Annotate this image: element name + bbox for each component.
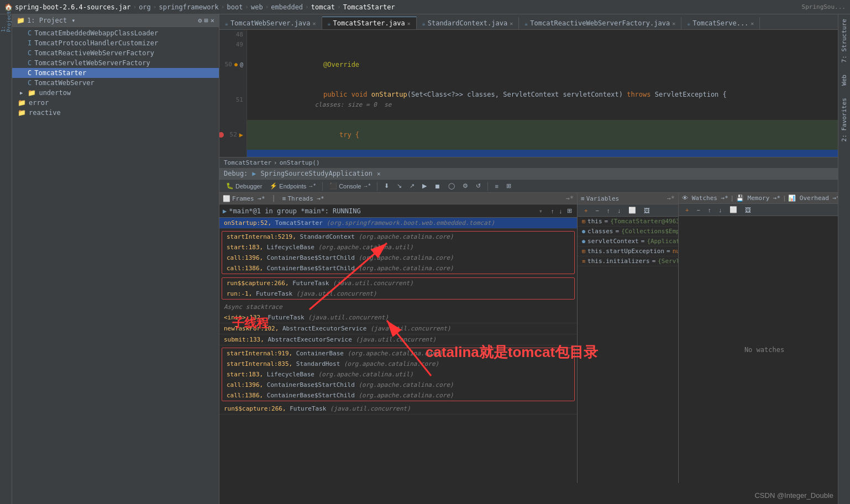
side-favorites-label[interactable]: 2: Favorites xyxy=(839,96,849,144)
tab-close-icon[interactable]: ✕ xyxy=(313,20,316,27)
variables-close-icon[interactable]: →* xyxy=(667,195,675,202)
settings-btn[interactable]: ⚙ xyxy=(459,181,471,191)
copy-btn[interactable]: ⬜ xyxy=(625,206,639,215)
annotation-icon: ● xyxy=(234,60,238,70)
watch-copy-btn[interactable]: ⬜ xyxy=(726,205,741,214)
tree-item-tomcat-webserver[interactable]: C TomcatWebServer xyxy=(12,78,219,88)
breadcrumb-class[interactable]: TomcatStarter xyxy=(343,3,395,11)
endpoints-tab[interactable]: ⚡ Endpoints →* xyxy=(266,181,319,191)
tab-close-icon[interactable]: ✕ xyxy=(407,20,411,27)
thread-filter-btn[interactable]: ⊞ xyxy=(565,207,574,215)
thread-dropdown-icon[interactable]: ▾ xyxy=(539,207,543,215)
stack-item-call-1396-2[interactable]: call:1396, ContainerBase$StartChild (org… xyxy=(222,380,574,390)
step-into-btn[interactable]: ↘ xyxy=(393,181,405,191)
mute-btn[interactable]: ◯ xyxy=(445,181,458,191)
stack-item-run-capture-last[interactable]: run$$capture:266, FutureTask (java.util.… xyxy=(219,403,577,414)
console-tab[interactable]: ⬛ Console →* xyxy=(326,181,374,191)
add-watch-watch-btn[interactable]: + xyxy=(682,206,692,214)
layout-btn[interactable]: ⊞ xyxy=(503,181,515,191)
code-line-48: 48 xyxy=(219,30,850,40)
memory-tab[interactable]: 💾 Memory →* xyxy=(736,195,780,202)
tree-item-servlet-factory[interactable]: C TomcatServletWebServerFactory xyxy=(12,58,219,68)
tree-item-tomcat-starter[interactable]: C TomcatStarter xyxy=(12,68,219,78)
debug-toolbar: 🐛 Debugger ⚡ Endpoints →* ⬛ Console →* xyxy=(219,180,850,193)
tree-item-reactive[interactable]: 📁 reactive xyxy=(12,108,219,118)
tab-standardcontext[interactable]: ☕ StandardContext.java ✕ xyxy=(417,17,520,29)
tree-item-tomcat-embedded[interactable]: C TomcatEmbeddedWebappClassLoader xyxy=(12,28,219,38)
stop-btn[interactable]: ⏹ xyxy=(431,182,444,191)
tab-tomcatserve[interactable]: ☕ TomcatServe... ✕ xyxy=(681,17,760,29)
stack-item-init[interactable]: <init>:132, FutureTask (java.util.concur… xyxy=(219,312,577,323)
stack-item-startinternal-835[interactable]: startInternal:835, StandardHost (org.apa… xyxy=(222,359,574,369)
tab-tomcatstarter[interactable]: ☕ TomcatStarter.java ✕ xyxy=(322,17,417,29)
export-btn[interactable]: ≡ xyxy=(491,182,501,191)
breadcrumb-web[interactable]: web xyxy=(251,3,263,11)
stack-item-call1396[interactable]: call:1396, ContainerBase$StartChild (org… xyxy=(222,253,574,263)
stack-item-start-183-2[interactable]: start:183, LifecycleBase (org.apache.cat… xyxy=(222,369,574,380)
var-list: ⊞ this = {TomcatStarter@4963} ● classes … xyxy=(578,217,678,483)
tree-item-protocol-handler[interactable]: I TomcatProtocolHandlerCustomizer xyxy=(12,38,219,48)
add-watch-btn[interactable]: + xyxy=(581,206,591,215)
breadcrumb-springframework[interactable]: springframework xyxy=(159,3,218,11)
stack-item-startinternal[interactable]: startInternal:5219, StandardContext (org… xyxy=(222,232,574,242)
stack-group-2: startInternal:919, ContainerBase (org.ap… xyxy=(222,348,575,401)
tab-tomcatreactive[interactable]: ☕ TomcatReactiveWebServerFactory.java ✕ xyxy=(519,17,681,29)
var-down-btn[interactable]: ↓ xyxy=(614,206,624,215)
thread-run-icon: ▶ xyxy=(223,207,227,215)
frames-tab[interactable]: ⬜ Frames →* xyxy=(223,195,265,202)
stack-item-submit[interactable]: submit:133, AbstractExecutorService (jav… xyxy=(219,334,577,345)
debug-close-icon[interactable]: ✕ xyxy=(377,170,381,177)
thread-up-btn[interactable]: ↑ xyxy=(549,207,556,215)
project-panel-icon[interactable]: 1: Project xyxy=(1,17,11,27)
stack-group-child: run$$capture:266, FutureTask (java.util.… xyxy=(222,277,575,300)
breadcrumb-embedded[interactable]: embedded xyxy=(271,3,303,11)
breadcrumb-project[interactable]: spring-boot-2.6.4-sources.jar xyxy=(15,3,131,11)
breakpoint-52[interactable] xyxy=(219,132,224,138)
variables-tab[interactable]: ≡ Variables xyxy=(581,195,619,202)
stack-item-active[interactable]: onStartup:52, TomcatStarter (org.springf… xyxy=(219,218,577,229)
frames-close-icon[interactable]: →* xyxy=(566,195,574,202)
stack-item-call1386[interactable]: call:1386, ContainerBase$StartChild (org… xyxy=(222,263,574,274)
breadcrumb-org[interactable]: org xyxy=(139,3,151,11)
stack-item-call-1386-2[interactable]: call:1386, ContainerBase$StartChild (org… xyxy=(222,390,574,401)
img-btn[interactable]: 🖼 xyxy=(641,206,653,215)
tab-close-icon[interactable]: ✕ xyxy=(510,20,513,27)
thread-down-btn[interactable]: ↓ xyxy=(558,207,564,215)
watches-tab[interactable]: 👁 Watches →* xyxy=(682,195,728,202)
resume-btn[interactable]: ▶ xyxy=(419,181,430,191)
debug-app-name[interactable]: SpringSourceStudyApplication xyxy=(261,170,372,177)
step-out-btn[interactable]: ↗ xyxy=(406,181,418,191)
project-gear-icon[interactable]: ⚙ xyxy=(198,17,202,24)
tab-tomcatwebserver[interactable]: ☕ TomcatWebServer.java ✕ xyxy=(219,17,322,29)
remove-watch-watch-btn[interactable]: − xyxy=(693,206,703,214)
tab-close-icon[interactable]: ✕ xyxy=(672,20,675,27)
tree-item-reactive-factory[interactable]: C TomcatReactiveWebServerFactory xyxy=(12,48,219,58)
watch-down-btn[interactable]: ↓ xyxy=(715,206,725,214)
project-close-icon[interactable]: ✕ xyxy=(211,17,214,24)
project-dropdown-icon[interactable]: ▾ xyxy=(71,17,75,24)
watch-img-btn[interactable]: 🖼 xyxy=(742,206,754,214)
debugger-tab[interactable]: 🐛 Debugger xyxy=(223,181,265,191)
watch-up-btn[interactable]: ↑ xyxy=(705,206,715,214)
stack-item-start183[interactable]: start:183, LifecycleBase (org.apache.cat… xyxy=(222,242,574,253)
watches-header: 👁 Watches →* | 💾 Memory →* | 📊 xyxy=(679,193,850,204)
step-over-btn[interactable]: ⬇ xyxy=(381,181,392,191)
stack-item-run-1[interactable]: run:-1, FutureTask (java.util.concurrent… xyxy=(222,288,574,299)
breadcrumb-boot[interactable]: boot xyxy=(227,3,243,11)
remove-watch-btn[interactable]: − xyxy=(592,206,602,215)
rerun-btn[interactable]: ↺ xyxy=(473,181,484,191)
stack-item-startinternal-919[interactable]: startInternal:919, ContainerBase (org.ap… xyxy=(222,348,574,359)
tree-item-error[interactable]: 📁 error xyxy=(12,98,219,108)
threads-tab[interactable]: ≡ Threads →* xyxy=(282,195,324,202)
stack-item-run-capture[interactable]: run$$capture:266, FutureTask (java.util.… xyxy=(222,278,574,288)
breadcrumb-tomcat[interactable]: tomcat xyxy=(311,3,335,11)
side-web-label[interactable]: Web xyxy=(839,72,849,88)
stack-item-newtaskfor[interactable]: newTaskFor:102, AbstractExecutorService … xyxy=(219,323,577,334)
tree-item-undertow[interactable]: ▶ 📁 undertow xyxy=(12,88,219,98)
var-up-btn[interactable]: ↑ xyxy=(604,206,613,215)
overhead-tab[interactable]: 📊 Overhead →* xyxy=(788,195,839,202)
exec-arrow-52: ▶ xyxy=(239,130,243,140)
side-structure-label[interactable]: 7: Structure xyxy=(839,17,849,65)
project-expand-icon[interactable]: ⊞ xyxy=(204,17,208,24)
tab-close-icon[interactable]: ✕ xyxy=(751,20,754,27)
